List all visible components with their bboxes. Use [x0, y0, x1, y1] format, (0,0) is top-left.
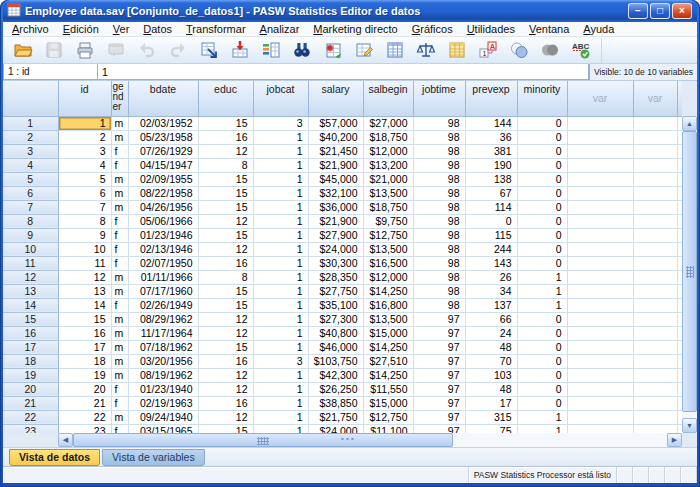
cell-jobcat-row14[interactable]: 1	[253, 298, 308, 312]
cell-bdate-row8[interactable]: 05/06/1966	[128, 214, 198, 228]
cell-jobcat-row11[interactable]: 1	[253, 256, 308, 270]
cell-jobtime-row8[interactable]: 98	[413, 214, 465, 228]
cell-var2-row8[interactable]	[633, 214, 677, 228]
cell-var2-row22[interactable]	[633, 410, 677, 424]
cell-minority-row7[interactable]: 0	[517, 200, 567, 214]
cell-minority-row13[interactable]: 1	[517, 284, 567, 298]
cell-salary-row4[interactable]: $21,900	[308, 158, 363, 172]
cell-gender-row3[interactable]: f	[111, 144, 128, 158]
cell-gender-row13[interactable]: m	[111, 284, 128, 298]
cell-minority-row16[interactable]: 0	[517, 326, 567, 340]
cell-minority-row10[interactable]: 0	[517, 242, 567, 256]
cell-salary-row22[interactable]: $21,750	[308, 410, 363, 424]
cell-gender-row5[interactable]: m	[111, 172, 128, 186]
cell-salary-row7[interactable]: $36,000	[308, 200, 363, 214]
column-header-gender[interactable]: gender	[111, 81, 128, 116]
cell-salbegin-row10[interactable]: $13,500	[363, 242, 413, 256]
cell-id-row7[interactable]: 7	[58, 200, 111, 214]
cell-salbegin-row15[interactable]: $13,500	[363, 312, 413, 326]
goto-case-icon[interactable]	[197, 39, 221, 61]
cell-id-row9[interactable]: 9	[58, 228, 111, 242]
cell-salary-row1[interactable]: $57,000	[308, 116, 363, 130]
cell-bdate-row6[interactable]: 08/22/1958	[128, 186, 198, 200]
row-header[interactable]: 2	[3, 130, 58, 144]
cell-salbegin-row8[interactable]: $9,750	[363, 214, 413, 228]
column-header-prevexp[interactable]: prevexp	[465, 81, 517, 116]
cell-educ-row3[interactable]: 12	[198, 144, 253, 158]
cell-salbegin-row7[interactable]: $18,750	[363, 200, 413, 214]
cell-editor-input[interactable]	[98, 64, 589, 80]
cell-var2-row15[interactable]	[633, 312, 677, 326]
cell-educ-row5[interactable]: 15	[198, 172, 253, 186]
cell-prevexp-row21[interactable]: 17	[465, 396, 517, 410]
cell-var1-row11[interactable]	[567, 256, 633, 270]
cell-bdate-row4[interactable]: 04/15/1947	[128, 158, 198, 172]
cell-salary-row12[interactable]: $28,350	[308, 270, 363, 284]
cell-prevexp-row6[interactable]: 67	[465, 186, 517, 200]
cell-bdate-row5[interactable]: 02/09/1955	[128, 172, 198, 186]
cell-salbegin-row12[interactable]: $12,000	[363, 270, 413, 284]
cell-salbegin-row21[interactable]: $15,000	[363, 396, 413, 410]
cell-salbegin-row5[interactable]: $21,000	[363, 172, 413, 186]
row-header[interactable]: 7	[3, 200, 58, 214]
cell-id-row1[interactable]: 1	[58, 116, 111, 130]
cell-educ-row17[interactable]: 15	[198, 340, 253, 354]
cell-gender-row20[interactable]: f	[111, 382, 128, 396]
cell-educ-row13[interactable]: 15	[198, 284, 253, 298]
cell-jobtime-row3[interactable]: 98	[413, 144, 465, 158]
cell-gender-row14[interactable]: f	[111, 298, 128, 312]
cell-educ-row14[interactable]: 15	[198, 298, 253, 312]
goto-variable-icon[interactable]	[228, 39, 252, 61]
menu-gr-ficos[interactable]: Gráficos	[405, 22, 460, 37]
cell-jobtime-row13[interactable]: 98	[413, 284, 465, 298]
cell-jobcat-row19[interactable]: 1	[253, 368, 308, 382]
cell-prevexp-row4[interactable]: 190	[465, 158, 517, 172]
cell-salary-row10[interactable]: $24,000	[308, 242, 363, 256]
cell-bdate-row12[interactable]: 01/11/1966	[128, 270, 198, 284]
cell-prevexp-row12[interactable]: 26	[465, 270, 517, 284]
cell-bdate-row9[interactable]: 01/23/1946	[128, 228, 198, 242]
cell-bdate-row3[interactable]: 07/26/1929	[128, 144, 198, 158]
cell-gender-row1[interactable]: m	[111, 116, 128, 130]
cell-var2-row10[interactable]	[633, 242, 677, 256]
cell-educ-row19[interactable]: 12	[198, 368, 253, 382]
cell-minority-row2[interactable]: 0	[517, 130, 567, 144]
cell-bdate-row7[interactable]: 04/26/1956	[128, 200, 198, 214]
cell-var1-row1[interactable]	[567, 116, 633, 130]
cell-minority-row14[interactable]: 1	[517, 298, 567, 312]
cell-var1-row8[interactable]	[567, 214, 633, 228]
cell-educ-row2[interactable]: 16	[198, 130, 253, 144]
cell-var2-row5[interactable]	[633, 172, 677, 186]
cell-educ-row9[interactable]: 15	[198, 228, 253, 242]
cell-prevexp-row15[interactable]: 66	[465, 312, 517, 326]
scroll-up-button[interactable]: ▲	[682, 116, 697, 131]
horizontal-scroll-track[interactable]	[453, 433, 667, 447]
cell-var2-row7[interactable]	[633, 200, 677, 214]
cell-jobtime-row19[interactable]: 97	[413, 368, 465, 382]
cell-salary-row11[interactable]: $30,300	[308, 256, 363, 270]
cell-salary-row19[interactable]: $42,300	[308, 368, 363, 382]
cell-salbegin-row1[interactable]: $27,000	[363, 116, 413, 130]
cell-minority-row22[interactable]: 1	[517, 410, 567, 424]
cell-prevexp-row9[interactable]: 115	[465, 228, 517, 242]
cell-id-row22[interactable]: 22	[58, 410, 111, 424]
cell-jobcat-row13[interactable]: 1	[253, 284, 308, 298]
cell-prevexp-row7[interactable]: 114	[465, 200, 517, 214]
cell-gender-row15[interactable]: m	[111, 312, 128, 326]
close-button[interactable]: ×	[672, 3, 692, 19]
cell-var2-row3[interactable]	[633, 144, 677, 158]
cell-jobcat-row15[interactable]: 1	[253, 312, 308, 326]
cell-id-row3[interactable]: 3	[58, 144, 111, 158]
row-header[interactable]: 13	[3, 284, 58, 298]
cell-educ-row15[interactable]: 12	[198, 312, 253, 326]
grid-corner[interactable]	[3, 81, 58, 116]
cell-prevexp-row8[interactable]: 0	[465, 214, 517, 228]
open-file-icon[interactable]	[11, 39, 35, 61]
cell-id-row11[interactable]: 11	[58, 256, 111, 270]
row-header[interactable]: 4	[3, 158, 58, 172]
split-file-icon[interactable]	[383, 39, 407, 61]
cell-id-row2[interactable]: 2	[58, 130, 111, 144]
cell-var1-row20[interactable]	[567, 382, 633, 396]
cell-salary-row21[interactable]: $38,850	[308, 396, 363, 410]
cell-jobcat-row22[interactable]: 1	[253, 410, 308, 424]
